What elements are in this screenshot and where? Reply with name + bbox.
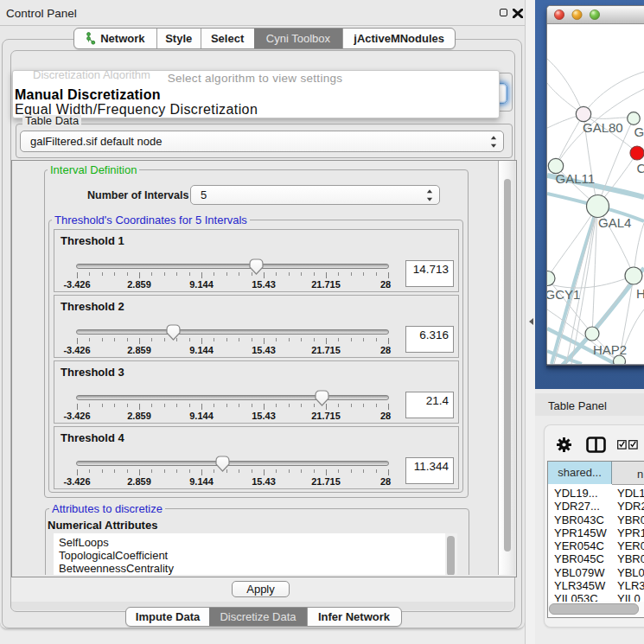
svg-text:C: C <box>637 161 644 175</box>
svg-text:G.: G. <box>634 124 644 139</box>
svg-text:H: H <box>636 286 644 301</box>
svg-text:GCY1: GCY1 <box>547 287 580 302</box>
svg-text:GAL4: GAL4 <box>598 215 631 230</box>
svg-text:HAP2: HAP2 <box>593 342 627 357</box>
svg-text:GAL11: GAL11 <box>556 171 596 186</box>
svg-text:GAL80: GAL80 <box>583 120 623 135</box>
